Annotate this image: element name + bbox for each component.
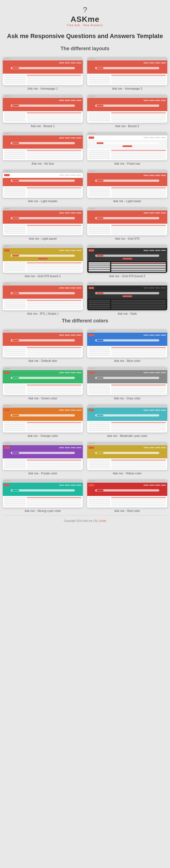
- footer: Copyright 2014 Ask me | By 2code: [3, 515, 167, 525]
- item-label-purple: Ask me - Purple color: [28, 472, 57, 475]
- item-label-homepage2: Ask me - Homepage 2: [112, 87, 142, 90]
- layout-item-nobox[interactable]: Ask me - No box: [3, 132, 83, 165]
- header: ? ASKme Free Ask - New Answers: [3, 5, 167, 27]
- item-label-default: Ask me - Default skin: [28, 359, 57, 363]
- item-label-blue: Ask me - Blue color: [114, 359, 140, 363]
- item-label-grid970boxed2: Ask me - Grid 970 boxed 2: [109, 274, 145, 278]
- layout-item-orange[interactable]: Ask me - Orange color: [3, 404, 83, 437]
- item-label-green: Ask me - Green color: [28, 397, 57, 400]
- layout-item-boxed1[interactable]: Ask me - Boxed 1: [3, 95, 83, 128]
- item-label-red: Ask me - Red color: [114, 509, 140, 513]
- layout-item-yellow[interactable]: Ask me - Yellow color: [87, 442, 167, 475]
- item-label-scyan: Ask me - Strong cyan color: [25, 509, 61, 513]
- colors-grid: Ask me - Default skinAsk me - Blue color…: [3, 329, 167, 513]
- layouts-grid: Ask me - Homepage 1Ask me - Homepage 2As…: [3, 57, 167, 315]
- item-label-yellow: Ask me - Yellow color: [113, 472, 142, 475]
- item-label-grid970: Ask me - Grid 970: [115, 237, 140, 240]
- layout-item-homepage1[interactable]: Ask me - Homepage 1: [3, 57, 83, 90]
- item-label-boxed1: Ask me - Boxed 1: [31, 124, 55, 128]
- logo-subtitle: Free Ask - New Answers: [3, 24, 167, 27]
- layout-item-homepage2[interactable]: Ask me - Homepage 2: [87, 57, 167, 90]
- item-label-cyan: Ask me - Moderate cyan color: [107, 434, 147, 437]
- item-label-lightheader: Ask me - Light header: [28, 199, 58, 203]
- section-layouts-title: The different layouts: [3, 46, 167, 52]
- layout-item-red[interactable]: Ask me - Red color: [87, 479, 167, 513]
- layout-item-grid970[interactable]: Ask me - Grid 970: [87, 207, 167, 240]
- item-label-dark: Ask me - Dark: [118, 312, 137, 315]
- logo-question-icon: ?: [3, 5, 167, 14]
- item-label-gray: Ask me - Gray color: [114, 397, 140, 400]
- layout-item-green[interactable]: Ask me - Green color: [3, 367, 83, 400]
- item-label-fixednav: Ask me - Fixed nav: [114, 162, 140, 165]
- layout-item-boxed2[interactable]: Ask me - Boxed 2: [87, 95, 167, 128]
- item-label-lightpanel: Ask me - Light panel: [29, 237, 57, 240]
- page-wrapper: ? ASKme Free Ask - New Answers Ask me Re…: [0, 0, 170, 530]
- layout-item-scyan[interactable]: Ask me - Strong cyan color: [3, 479, 83, 513]
- item-label-boxed2: Ask me - Boxed 2: [115, 124, 139, 128]
- layout-item-purple[interactable]: Ask me - Purple color: [3, 442, 83, 475]
- footer-link[interactable]: 2code: [98, 519, 106, 522]
- item-label-arabic: Ask me - RTL ( Arabic ): [27, 312, 58, 315]
- layout-item-lightpanel[interactable]: Ask me - Light panel: [3, 207, 83, 240]
- section-colors-title: The different colors: [3, 318, 167, 324]
- layout-item-grid970boxed1[interactable]: Ask me - Grid 970 boxed 1: [3, 245, 83, 278]
- layout-item-arabic[interactable]: Ask me - RTL ( Arabic ): [3, 282, 83, 315]
- layout-item-fixednav[interactable]: Ask me - Fixed nav: [87, 132, 167, 165]
- layout-item-cyan[interactable]: Ask me - Moderate cyan color: [87, 404, 167, 437]
- layout-item-lightfooter[interactable]: Ask me - Light footer: [87, 169, 167, 203]
- footer-text: Copyright 2014 Ask me | By: [64, 519, 98, 522]
- layout-item-dark[interactable]: Ask me - Dark: [87, 282, 167, 315]
- page-title: Ask me Responsive Questions and Answers …: [3, 32, 167, 40]
- item-label-orange: Ask me - Orange color: [28, 434, 58, 437]
- layout-item-blue[interactable]: Ask me - Blue color: [87, 329, 167, 363]
- layout-item-default[interactable]: Ask me - Default skin: [3, 329, 83, 363]
- layout-item-grid970boxed2[interactable]: Ask me - Grid 970 boxed 2: [87, 245, 167, 278]
- layout-item-gray[interactable]: Ask me - Gray color: [87, 367, 167, 400]
- item-label-grid970boxed1: Ask me - Grid 970 boxed 1: [25, 274, 61, 278]
- item-label-homepage1: Ask me - Homepage 1: [28, 87, 58, 90]
- item-label-lightfooter: Ask me - Light footer: [113, 199, 141, 203]
- layout-item-lightheader[interactable]: Ask me - Light header: [3, 169, 83, 203]
- logo-title: ASKme: [70, 15, 100, 24]
- item-label-nobox: Ask me - No box: [31, 162, 54, 165]
